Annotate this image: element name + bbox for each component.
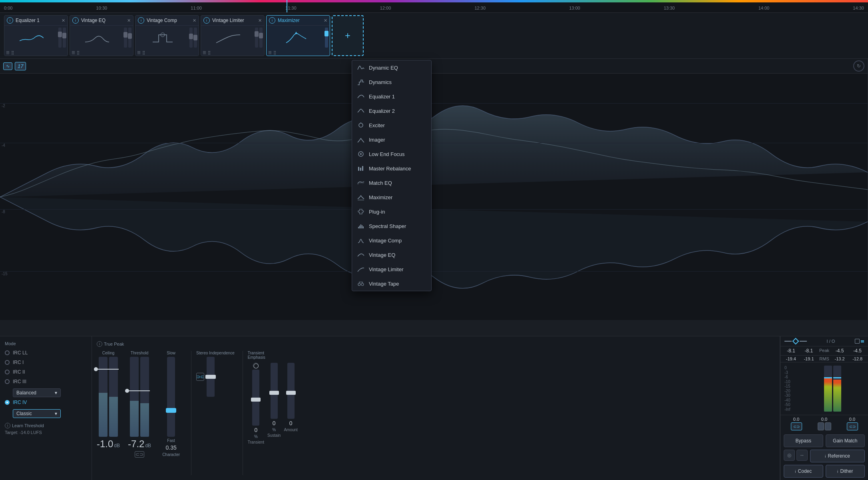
- analyzer-btn-wave[interactable]: ∿: [3, 62, 12, 70]
- grid-line-minus8: -8: [0, 209, 868, 214]
- out-ctrl-1[interactable]: [855, 339, 860, 344]
- classic-dropdown[interactable]: Classic ▾: [13, 409, 61, 418]
- dropdown-item-vintage-limiter[interactable]: Vintage Limiter: [352, 262, 431, 276]
- learn-threshold-row[interactable]: i Learn Threshold: [5, 423, 87, 428]
- output-fader-r[interactable]: [833, 377, 841, 378]
- stereo-link-icon[interactable]: ⊃⊂: [196, 373, 204, 381]
- output-fader-l[interactable]: [824, 377, 832, 378]
- ceiling-line[interactable]: [98, 369, 119, 370]
- input-control-diamond[interactable]: [792, 338, 799, 345]
- sustain-slider[interactable]: [271, 363, 278, 419]
- plugin-power-veq[interactable]: i: [72, 17, 79, 24]
- dropdown-item-master-rebalance[interactable]: Master Rebalance: [352, 161, 431, 176]
- plugin-slot-veq[interactable]: i Vintage EQ ✕ ☰ ⣿: [70, 15, 133, 56]
- plugin-slot-vlim[interactable]: i Vintage Limiter ✕ ☰ ⣿: [201, 15, 265, 56]
- ceiling-handle[interactable]: [94, 367, 98, 371]
- meter-link-in[interactable]: ⊂⊃: [791, 422, 802, 430]
- plugin-power-vcomp[interactable]: i: [138, 17, 144, 24]
- plugin-slot-eq1[interactable]: i Equalizer 1 ✕ ☰ ⣿: [4, 15, 68, 56]
- plugin-close-eq1[interactable]: ✕: [62, 18, 65, 23]
- eq2-label: Equalizer 2: [369, 108, 395, 114]
- dropdown-item-eq2[interactable]: Equalizer 2: [352, 104, 431, 118]
- dropdown-item-spectral-shaper[interactable]: Spectral Shaper: [352, 219, 431, 233]
- dropdown-item-imager[interactable]: Imager: [352, 132, 431, 147]
- threshold-meter-l: [130, 357, 139, 437]
- plugin-fader-vcomp[interactable]: [189, 28, 193, 48]
- plugin-name-vlim: Vintage Limiter: [212, 18, 256, 23]
- dropdown-item-maximizer[interactable]: Maximizer: [352, 190, 431, 204]
- transient-slider[interactable]: [252, 370, 259, 426]
- plugin-close-veq[interactable]: ✕: [127, 18, 131, 23]
- threshold-line[interactable]: [129, 390, 150, 391]
- plugin-fader-max[interactable]: [325, 28, 328, 48]
- dropdown-item-vintage-tape[interactable]: Vintage Tape: [352, 276, 431, 291]
- dropdown-item-eq1[interactable]: Equalizer 1: [352, 89, 431, 104]
- controls-main-row: Ceiling -1.0 dB: [97, 351, 775, 475]
- stereo-thumb[interactable]: [205, 375, 216, 379]
- dropdown-item-dynamic-eq[interactable]: Dynamic EQ: [352, 60, 431, 75]
- analyzer-settings-icon[interactable]: ↻: [853, 60, 864, 72]
- plugin-slot-max[interactable]: i Maximizer ✕ ☰ ⣿: [266, 15, 330, 56]
- dropdown-item-match-eq[interactable]: Match EQ: [352, 176, 431, 190]
- transient-thumb[interactable]: [251, 398, 261, 402]
- threshold-fill-l: [130, 401, 139, 437]
- mode-option-irc-iii[interactable]: IRC III: [5, 379, 87, 384]
- analyzer-btn-num[interactable]: 17: [15, 62, 26, 70]
- dropdown-item-low-end-focus[interactable]: Low End Focus: [352, 147, 431, 161]
- amount-slider[interactable]: [287, 363, 295, 419]
- plugin-power-vlim[interactable]: i: [203, 17, 210, 24]
- transient-link-icon[interactable]: ◯: [253, 363, 259, 368]
- plugin-fader-veq[interactable]: [124, 28, 127, 48]
- sustain-thumb[interactable]: [269, 391, 279, 395]
- stereo-slider[interactable]: [207, 357, 215, 397]
- character-thumb[interactable]: [166, 408, 176, 413]
- add-plugin-button[interactable]: +: [332, 15, 364, 56]
- plugin-power-max[interactable]: i: [269, 17, 275, 24]
- mode-option-irc-ll[interactable]: IRC LL: [5, 350, 87, 356]
- balanced-dropdown[interactable]: Balanced ▾: [13, 388, 61, 397]
- plugin-slot-vcomp[interactable]: i Vintage Comp ✕ ☰ ⣿: [135, 15, 199, 56]
- plugin-close-vcomp[interactable]: ✕: [193, 18, 196, 23]
- link-mode-btn[interactable]: ◎: [784, 450, 795, 461]
- plugin-fader2-eq1[interactable]: [63, 28, 66, 48]
- plugin-fader2-vcomp[interactable]: [194, 28, 197, 48]
- dropdown-item-exciter[interactable]: Exciter: [352, 118, 431, 132]
- dither-button[interactable]: i Dither: [826, 465, 865, 478]
- meter-btn-minus[interactable]: [818, 422, 824, 430]
- dropdown-item-dynamics[interactable]: Dynamics: [352, 75, 431, 89]
- ceiling-threshold-link[interactable]: ⊂⊃: [135, 451, 144, 458]
- meter-btn-plus[interactable]: [825, 422, 831, 430]
- true-peak-icon: i: [97, 341, 102, 347]
- plugin-fader-eq1[interactable]: [58, 28, 62, 48]
- gain-match-button[interactable]: Gain Match: [826, 434, 865, 447]
- plugin-fader-vlim[interactable]: [255, 28, 258, 48]
- codec-button[interactable]: i Codec: [784, 465, 823, 478]
- radio-irc-iii[interactable]: [5, 379, 10, 384]
- amount-thumb[interactable]: [286, 391, 296, 395]
- bypass-button[interactable]: Bypass: [784, 434, 823, 447]
- plugin-close-max[interactable]: ✕: [324, 18, 327, 23]
- radio-irc-ii[interactable]: [5, 370, 10, 374]
- expand-mode-btn[interactable]: ↔: [796, 450, 808, 461]
- dropdown-item-vintage-eq[interactable]: Vintage EQ: [352, 248, 431, 262]
- dropdown-item-vintage-comp[interactable]: Vintage Comp: [352, 233, 431, 248]
- meter-link-out[interactable]: ⊂⊃: [847, 422, 858, 430]
- radio-irc-ll[interactable]: [5, 350, 10, 355]
- plugin-power-eq1[interactable]: i: [7, 17, 13, 24]
- out-ctrl-2[interactable]: [861, 340, 864, 342]
- radio-irc-i[interactable]: [5, 360, 10, 365]
- plugin-fader2-vlim[interactable]: [259, 28, 263, 48]
- threshold-handle[interactable]: [125, 389, 129, 393]
- reference-button[interactable]: i Reference: [810, 450, 865, 462]
- plugin-list-icon-max: ☰: [268, 50, 272, 55]
- mode-option-irc-iv[interactable]: IRC IV: [5, 400, 87, 405]
- mode-option-irc-ii[interactable]: IRC II: [5, 369, 87, 375]
- mode-option-irc-i[interactable]: IRC I: [5, 360, 87, 365]
- dropdown-item-plugin[interactable]: Plug-in: [352, 204, 431, 219]
- character-slider[interactable]: [167, 357, 175, 437]
- plugin-body-eq1: [4, 26, 68, 50]
- meter-bottom-values: 0.0 ⊂⊃ 0.0 0.0 ⊂⊃: [780, 415, 868, 432]
- radio-irc-iv[interactable]: [5, 400, 10, 405]
- plugin-close-vlim[interactable]: ✕: [258, 18, 262, 23]
- plugin-fader2-veq[interactable]: [128, 28, 131, 48]
